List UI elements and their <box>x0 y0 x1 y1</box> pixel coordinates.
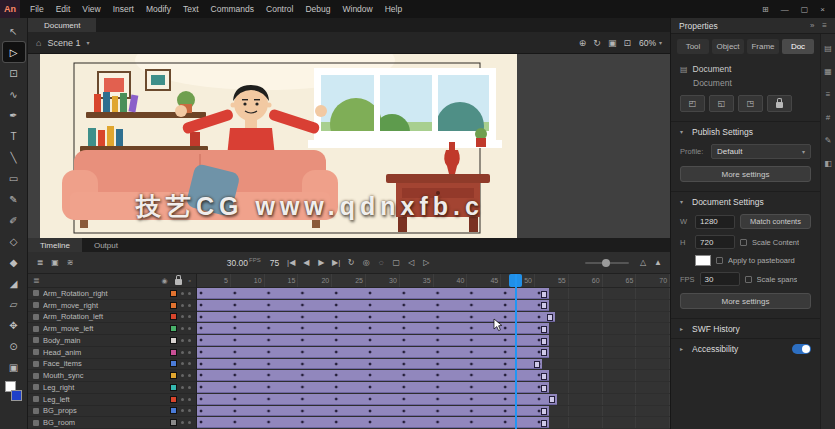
outline-all-icon[interactable]: ▫ <box>189 277 191 284</box>
layer-lock-toggle[interactable] <box>188 421 191 424</box>
paint-bucket-tool[interactable]: ◆ <box>3 252 25 272</box>
layer-outline-color[interactable] <box>170 407 177 414</box>
layer-lock-toggle[interactable] <box>188 339 191 342</box>
layer-row[interactable]: Arm_Rotation_right <box>28 288 196 300</box>
layer-row[interactable]: Arm_Rotation_left <box>28 312 196 324</box>
menu-item[interactable]: Edit <box>50 0 77 18</box>
layer-visibility-toggle[interactable] <box>181 409 184 412</box>
color-panel-icon[interactable]: ▤ <box>824 44 832 53</box>
menu-item[interactable]: Help <box>379 0 408 18</box>
layer-visibility-toggle[interactable] <box>181 339 184 342</box>
jump-back-icon[interactable]: ◁ <box>405 255 417 271</box>
frame-span[interactable] <box>197 417 549 428</box>
menu-item[interactable]: View <box>76 0 106 18</box>
eyedropper-tool[interactable]: ◢ <box>3 273 25 293</box>
layer-name[interactable]: Leg_left <box>43 394 166 405</box>
layer-name[interactable]: BG_room <box>43 417 166 428</box>
menu-item[interactable]: Control <box>260 0 299 18</box>
scene-name[interactable]: Scene 1 <box>47 38 80 48</box>
lock-all-icon[interactable] <box>175 279 182 285</box>
layer-row[interactable]: Leg_right <box>28 382 196 394</box>
accessibility-toggle[interactable] <box>792 344 811 354</box>
layer-visibility-toggle[interactable] <box>181 315 184 318</box>
layer-visibility-toggle[interactable] <box>181 386 184 389</box>
maximize-icon[interactable]: ▢ <box>801 5 809 14</box>
zoom-in-frames-icon[interactable]: ▲ <box>652 255 664 271</box>
fps-field[interactable]: 30 <box>700 272 740 286</box>
frame-row[interactable] <box>197 300 670 312</box>
tab-tool[interactable]: Tool <box>677 39 709 54</box>
minimize-icon[interactable]: — <box>781 5 789 14</box>
tab-frame[interactable]: Frame <box>747 39 779 54</box>
edit-multiple-frames-icon[interactable]: ▢ <box>390 255 402 271</box>
camera-icon[interactable]: ▣ <box>49 255 61 271</box>
layer-outline-color[interactable] <box>170 302 177 309</box>
frame-span[interactable] <box>197 347 549 358</box>
accessibility-header[interactable]: ▸ Accessibility <box>671 339 820 358</box>
layer-lock-toggle[interactable] <box>188 362 191 365</box>
frame-row[interactable] <box>197 417 670 429</box>
play-icon[interactable]: ▶ <box>315 255 327 271</box>
layer-lock-toggle[interactable] <box>188 409 191 412</box>
layer-name[interactable]: Body_main <box>43 335 166 346</box>
frame-row[interactable] <box>197 347 670 359</box>
fit-view-icon[interactable]: ⊡ <box>623 38 631 48</box>
layer-outline-color[interactable] <box>170 372 177 379</box>
swf-history-header[interactable]: ▸ SWF History <box>671 319 820 338</box>
menu-item[interactable]: Modify <box>140 0 177 18</box>
history-panel-icon[interactable]: ◧ <box>824 159 832 168</box>
layer-visibility-toggle[interactable] <box>181 351 184 354</box>
document-tab[interactable]: Document <box>28 18 96 32</box>
frame-zoom-slider[interactable] <box>585 262 629 264</box>
frame-span[interactable] <box>197 359 542 370</box>
onion-outline-icon[interactable]: ◌ <box>375 255 387 271</box>
zoom-tool[interactable]: ⊙ <box>3 336 25 356</box>
layer-lock-toggle[interactable] <box>188 292 191 295</box>
frame-span[interactable] <box>197 300 549 311</box>
frame-span[interactable] <box>197 335 549 346</box>
layer-name[interactable]: Head_anim <box>43 347 166 358</box>
layer-name[interactable]: Leg_right <box>43 382 166 393</box>
go-to-first-frame-icon[interactable]: |◀ <box>285 255 297 271</box>
tab-doc[interactable]: Doc <box>782 39 814 54</box>
layer-outline-color[interactable] <box>170 349 177 356</box>
frame-span[interactable] <box>197 394 557 405</box>
pencil-tool[interactable]: ✎ <box>3 189 25 209</box>
jump-forward-icon[interactable]: ▷ <box>420 255 432 271</box>
layer-outline-color[interactable] <box>170 325 177 332</box>
libraries-panel-icon[interactable]: # <box>826 113 830 122</box>
show-hide-all-icon[interactable]: ◉ <box>161 277 167 285</box>
frame-row[interactable] <box>197 335 670 347</box>
layer-outline-color[interactable] <box>170 419 177 426</box>
menu-item[interactable]: Window <box>336 0 378 18</box>
swatches-panel-icon[interactable]: ▦ <box>824 67 832 76</box>
height-field[interactable]: 720 <box>695 235 735 249</box>
layer-outline-color[interactable] <box>170 290 177 297</box>
layer-lock-toggle[interactable] <box>188 327 191 330</box>
rotation-icon[interactable]: ↻ <box>593 38 601 48</box>
frame-span[interactable] <box>197 406 549 417</box>
layer-row[interactable]: Mouth_sync <box>28 370 196 382</box>
frame-span[interactable] <box>197 370 549 381</box>
lasso-tool[interactable]: ∿ <box>3 84 25 104</box>
apply-pasteboard-checkbox[interactable] <box>716 257 723 264</box>
align-panel-icon[interactable]: ≡ <box>826 90 831 99</box>
frame-row[interactable] <box>197 382 670 394</box>
panel-menu-icon[interactable]: ≡ <box>822 21 827 30</box>
layer-lock-toggle[interactable] <box>188 315 191 318</box>
advanced-layers-icon[interactable]: ≋ <box>64 255 76 271</box>
frame-row[interactable] <box>197 359 670 371</box>
lock-button[interactable] <box>767 95 792 112</box>
layers-icon[interactable]: ≣ <box>34 255 46 271</box>
fill-color-swatch[interactable] <box>11 390 22 401</box>
brushes-panel-icon[interactable]: ✎ <box>825 136 832 145</box>
frame-row[interactable] <box>197 370 670 382</box>
tab-output[interactable]: Output <box>82 238 130 252</box>
scale-spans-checkbox[interactable] <box>745 276 752 283</box>
tab-timeline[interactable]: Timeline <box>28 238 82 252</box>
layer-visibility-toggle[interactable] <box>181 374 184 377</box>
menu-item[interactable]: Text <box>177 0 205 18</box>
free-transform-tool[interactable]: ⊡ <box>3 63 25 83</box>
profile-select[interactable]: Default ▾ <box>711 144 811 159</box>
collapse-panel-icon[interactable]: » <box>810 21 814 30</box>
